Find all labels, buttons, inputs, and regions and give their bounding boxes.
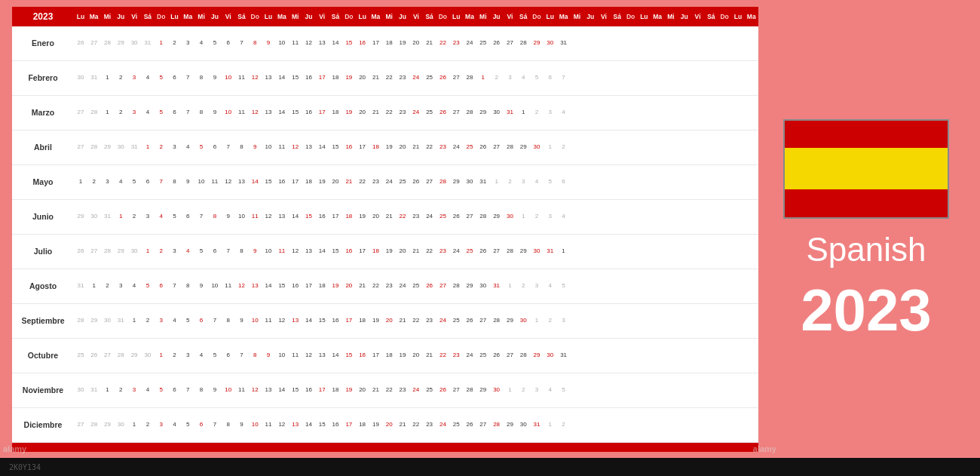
- month-days: 2728293031123456789101112131415161718192…: [74, 144, 758, 150]
- day-cell: 31: [101, 213, 115, 220]
- day-cell: 1: [127, 318, 141, 324]
- day-cell: 25: [396, 179, 409, 185]
- day-cell: [704, 179, 718, 185]
- day-cell: 28: [504, 248, 517, 254]
- day-cell: 10: [275, 352, 289, 358]
- day-cell: 5: [544, 179, 557, 185]
- day-cell: 22: [396, 213, 409, 220]
- day-col-header: Sá: [141, 7, 155, 26]
- day-cell: 16: [329, 422, 342, 428]
- day-cell: 1: [504, 283, 517, 289]
- day-cell: 4: [557, 109, 571, 115]
- day-cell: 14: [315, 248, 329, 254]
- day-cell: 31: [476, 179, 490, 185]
- day-cell: [704, 144, 718, 150]
- day-cell: 22: [423, 248, 436, 254]
- day-cell: 29: [114, 248, 127, 254]
- day-cell: 23: [396, 75, 409, 81]
- day-cell: [731, 318, 745, 324]
- day-cell: [570, 283, 583, 289]
- day-cell: 8: [248, 40, 262, 46]
- day-col-header: Ju: [490, 7, 504, 26]
- day-cell: 3: [127, 109, 141, 115]
- day-cell: 19: [329, 283, 342, 289]
- day-cell: 24: [396, 283, 409, 289]
- day-cell: [691, 109, 705, 115]
- day-cell: 12: [248, 109, 262, 115]
- day-cell: 11: [208, 179, 222, 185]
- day-cell: [611, 422, 624, 428]
- day-col-header: Ju: [302, 7, 316, 26]
- day-cell: 1: [504, 387, 517, 393]
- day-cell: 1: [101, 75, 115, 81]
- day-cell: 23: [449, 352, 463, 358]
- day-cell: 17: [369, 40, 383, 46]
- day-cell: [597, 422, 611, 428]
- day-cell: [664, 422, 678, 428]
- day-cell: 19: [382, 248, 396, 254]
- month-row: Junio29303112345678910111213141516171819…: [12, 200, 758, 235]
- day-cell: 30: [114, 144, 127, 150]
- day-cell: 30: [490, 109, 504, 115]
- day-cell: 11: [262, 422, 275, 428]
- day-cell: 3: [127, 387, 141, 393]
- day-cell: [597, 213, 611, 220]
- day-cell: 11: [222, 283, 235, 289]
- month-name: Enero: [12, 38, 74, 48]
- day-col-header: Mi: [289, 7, 302, 26]
- day-cell: 27: [463, 213, 476, 220]
- day-cell: [597, 40, 611, 46]
- day-cell: 17: [302, 283, 316, 289]
- day-cell: 26: [409, 179, 423, 185]
- day-cell: 2: [101, 283, 115, 289]
- day-cell: 1: [544, 144, 557, 150]
- day-cell: 29: [504, 422, 517, 428]
- day-cell: 24: [382, 179, 396, 185]
- day-cell: 27: [74, 422, 87, 428]
- day-cell: 7: [181, 109, 194, 115]
- day-cell: 5: [181, 318, 194, 324]
- day-cell: 30: [476, 283, 490, 289]
- day-cell: 21: [382, 213, 396, 220]
- day-cell: 28: [463, 387, 476, 393]
- day-cell: [611, 40, 624, 46]
- day-col-header: Do: [530, 7, 544, 26]
- day-col-header: Ma: [557, 7, 571, 26]
- day-cell: [570, 352, 583, 358]
- month-row: Febrero303112345678910111213141516171819…: [12, 61, 758, 96]
- day-cell: 26: [423, 283, 436, 289]
- day-cell: 13: [275, 213, 289, 220]
- day-cell: 3: [127, 75, 141, 81]
- day-cell: 22: [423, 144, 436, 150]
- day-cell: 14: [315, 144, 329, 150]
- day-cell: [678, 387, 691, 393]
- day-cell: 7: [208, 318, 222, 324]
- day-cell: [570, 109, 583, 115]
- day-cell: 18: [342, 213, 356, 220]
- day-cell: 4: [181, 144, 194, 150]
- month-row: Enero26272829303112345678910111213141516…: [12, 26, 758, 61]
- month-row: Mayo123456789101112131415161718192021222…: [12, 165, 758, 200]
- day-cell: [611, 352, 624, 358]
- day-cell: [718, 387, 731, 393]
- day-col-header: Sá: [329, 7, 342, 26]
- day-cell: 14: [302, 422, 316, 428]
- day-cell: [718, 40, 731, 46]
- day-cell: 4: [544, 283, 557, 289]
- day-cell: [691, 283, 705, 289]
- day-cell: 17: [315, 387, 329, 393]
- day-cell: 6: [208, 144, 222, 150]
- month-days: 2627282930311234567891011121314151617181…: [74, 40, 758, 46]
- day-cell: [624, 144, 638, 150]
- day-cell: 25: [436, 213, 450, 220]
- month-row: Noviembre3031123456789101112131415161718…: [12, 373, 758, 408]
- day-cell: [597, 248, 611, 254]
- day-cell: 26: [74, 40, 87, 46]
- day-cell: 19: [369, 422, 383, 428]
- day-cell: 30: [504, 213, 517, 220]
- day-cell: 16: [329, 318, 342, 324]
- day-cell: 26: [449, 213, 463, 220]
- month-row: Agosto3112345678910111213141516171819202…: [12, 269, 758, 304]
- day-col-header: Vi: [222, 7, 235, 26]
- day-cell: [637, 75, 651, 81]
